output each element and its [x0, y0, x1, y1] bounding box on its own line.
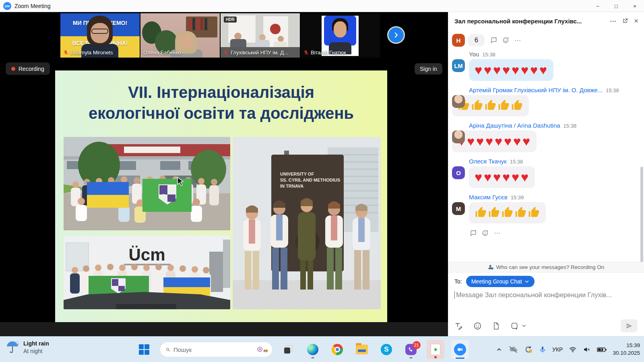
volume-muted-icon[interactable]	[583, 346, 591, 353]
start-button[interactable]	[135, 340, 153, 359]
message-author[interactable]: Олеся Ткачук	[469, 158, 507, 165]
red-heart-emoji: ♥	[467, 135, 475, 148]
red-heart-emoji: ♥	[495, 135, 503, 148]
participant-glasses	[91, 29, 108, 34]
chat-message: Максим Гусєв15:39M	[452, 194, 639, 223]
thumbs-up-emoji	[488, 207, 500, 219]
slide-title-line1: VII. Інтернаціоналізація	[55, 82, 387, 103]
message-author[interactable]: Аріна Дашутіна / Arina Dashutina	[469, 122, 560, 129]
privacy-notice-bar[interactable]: Who can see your messages? Recording On	[448, 262, 644, 273]
chat-panel: Зал персональной конференции Глухівс... …	[448, 12, 644, 336]
reply-icon[interactable]	[490, 37, 497, 44]
message-input[interactable]	[454, 291, 638, 299]
edge-icon	[307, 344, 318, 355]
taskbar-edge[interactable]	[304, 340, 322, 359]
avatar[interactable]: O	[452, 166, 465, 179]
viber-notification-badge: 21	[413, 341, 421, 349]
message-more-icon[interactable]: ⋯	[494, 229, 500, 237]
shared-presentation-slide: VII. Інтернаціоналізація екологічної осв…	[55, 70, 387, 322]
red-heart-emoji: ♥	[484, 171, 492, 184]
chevron-down-icon	[524, 279, 529, 284]
sign-in-button[interactable]: Sign in	[415, 63, 442, 74]
red-heart-emoji: ♥	[475, 171, 483, 184]
minimize-button[interactable]: −	[588, 0, 607, 12]
video-tile-liudmyla[interactable]: МИ ПЕРЕМОЖЕМО! ВСЕ БУДЕ УКРАЇНА! Liudmyl…	[60, 13, 140, 58]
message-bubble[interactable]: ♥♥♥♥♥♥♥♥	[469, 59, 553, 81]
muted-mic-icon	[63, 50, 68, 55]
message-author[interactable]: Максим Гусєв	[469, 194, 508, 201]
more-options-icon[interactable]: ⋯	[610, 17, 616, 25]
format-text-icon[interactable]	[454, 322, 463, 330]
maximize-button[interactable]: □	[607, 0, 625, 12]
red-heart-emoji: ♥	[493, 64, 502, 77]
red-heart-emoji: ♥	[513, 135, 522, 148]
avatar[interactable]	[452, 130, 465, 143]
search-input[interactable]	[173, 346, 254, 353]
skype-icon: S	[381, 344, 392, 355]
red-heart-emoji: ♥	[522, 135, 531, 148]
thumbs-up-emoji	[497, 99, 510, 112]
recording-indicator[interactable]: Recording	[6, 62, 50, 75]
weather-detail: At night	[23, 348, 49, 355]
add-reaction-icon[interactable]	[502, 37, 510, 44]
binder	[200, 18, 203, 30]
screenshot-icon[interactable]	[510, 322, 519, 330]
chevron-down-icon[interactable]	[522, 323, 526, 328]
send-button[interactable]	[621, 319, 638, 332]
privacy-notice-text: Who can see your messages? Recording On	[496, 264, 605, 270]
close-button[interactable]: ×	[625, 0, 644, 12]
binder	[204, 18, 207, 30]
video-tile-vitalii[interactable]: Віталій Гнатюк	[301, 13, 380, 58]
video-tile-olena[interactable]: Олена Бабенко	[140, 13, 220, 58]
slide-title: VII. Інтернаціоналізація екологічної осв…	[55, 82, 387, 124]
emoji-icon[interactable]	[473, 322, 482, 330]
microphone-in-use-icon[interactable]	[539, 345, 546, 354]
reply-icon[interactable]	[470, 230, 477, 237]
avatar[interactable]: LM	[452, 59, 465, 72]
task-view-icon	[283, 344, 293, 355]
taskbar-viber[interactable]: 21	[402, 340, 420, 359]
message-author[interactable]: Артемій Громак Глухівський НПУ ім. О. До…	[469, 87, 603, 93]
red-heart-emoji: ♥	[512, 171, 520, 184]
red-heart-emoji: ♥	[493, 171, 502, 184]
privacy-person-icon	[488, 264, 494, 270]
battery-charging-icon[interactable]	[597, 346, 607, 353]
windows-logo-icon	[139, 344, 149, 355]
avatar[interactable]	[452, 95, 465, 108]
next-participants-button[interactable]	[388, 27, 404, 43]
recipient-selector[interactable]: Meeting Group Chat	[466, 276, 535, 287]
message-more-icon[interactable]: ⋯	[514, 37, 521, 44]
avatar[interactable]: M	[452, 202, 465, 215]
onedrive-paused-icon[interactable]	[508, 345, 518, 354]
photo-women-banner: UNIVERSITY OF SS. CYRIL AND METHODIUS IN…	[233, 137, 381, 309]
taskbar-skype[interactable]: S	[378, 340, 395, 359]
message-input-row	[448, 290, 644, 315]
thumbs-up-emoji	[475, 207, 487, 219]
close-chat-icon[interactable]: ×	[634, 17, 638, 25]
task-view-button[interactable]	[279, 340, 297, 359]
red-heart-emoji: ♥	[502, 171, 511, 184]
taskbar-shared-app[interactable]	[427, 340, 444, 359]
thumbs-up-emoji	[514, 207, 527, 219]
clock-time: 15:39	[613, 342, 640, 350]
weather-widget[interactable]: Light rain At night	[6, 340, 49, 355]
video-tile-hlukhiv-npu[interactable]: HDR Глухівський НПУ ім. Д...	[221, 13, 300, 58]
taskbar-chrome[interactable]	[328, 340, 346, 359]
taskbar-search[interactable]	[160, 342, 272, 357]
chat-scrollbar[interactable]	[640, 167, 643, 262]
show-hidden-icons-button[interactable]	[496, 346, 502, 353]
message-hover-toolbar: ⋯	[470, 229, 639, 237]
taskbar-file-explorer[interactable]	[353, 340, 371, 359]
add-reaction-icon[interactable]	[482, 230, 489, 237]
message-bubble[interactable]	[469, 202, 546, 223]
attach-file-icon[interactable]	[492, 322, 500, 330]
language-indicator[interactable]: УКР	[552, 346, 563, 353]
message-bubble[interactable]: ♥♥♥♥♥♥	[469, 166, 535, 188]
phone-icon	[408, 347, 414, 352]
wifi-icon[interactable]	[569, 346, 577, 353]
taskbar-zoom[interactable]	[451, 340, 469, 359]
message-author[interactable]: You	[469, 51, 479, 58]
sync-update-icon[interactable]	[524, 345, 533, 354]
taskbar-clock[interactable]: 15:39 30.10.2025	[613, 342, 640, 357]
pop-out-icon[interactable]	[622, 18, 628, 24]
